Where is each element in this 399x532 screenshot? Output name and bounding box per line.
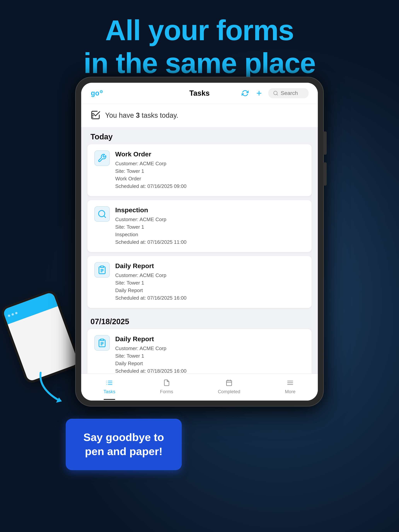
nav-more-icon (287, 379, 294, 388)
header-title-line2: in the same place (83, 47, 316, 79)
logo-icon: go (90, 89, 103, 97)
nav-forms-label: Forms (160, 389, 173, 394)
arrow-container (35, 369, 73, 405)
daily-report-today-content: Daily Report Customer: ACME Corp Site: T… (115, 262, 305, 302)
cta-line2: pen and paper! (85, 445, 162, 457)
header-title-line1: All your forms (105, 14, 294, 46)
daily-report-future-site: Site: Tower 1 (115, 352, 305, 360)
nav-item-completed[interactable]: Completed (213, 378, 245, 396)
bottom-nav: Tasks Forms (81, 374, 318, 400)
daily-report-today-type: Daily Report (115, 287, 305, 294)
arrow-icon (35, 369, 73, 404)
tablet-container: go Tasks (76, 77, 323, 406)
task-card-daily-report-today[interactable]: Daily Report Customer: ACME Corp Site: T… (87, 256, 312, 308)
nav-more-label: More (285, 389, 296, 394)
content-area: Today Work Order Customer: ACME Corp Sit… (81, 127, 318, 374)
work-order-content: Work Order Customer: ACME Corp Site: Tow… (115, 150, 305, 190)
add-button[interactable] (254, 89, 264, 98)
daily-report-future-customer: Customer: ACME Corp (115, 345, 305, 352)
daily-report-future-scheduled: Scheduled at: 07/18/2025 16:00 (115, 367, 305, 374)
work-order-customer: Customer: ACME Corp (115, 160, 305, 167)
cta-button[interactable]: Say goodbye to pen and paper! (66, 419, 182, 470)
daily-report-today-title: Daily Report (115, 262, 305, 270)
nav-item-tasks[interactable]: Tasks (99, 378, 120, 396)
section-today-header: Today (81, 127, 318, 144)
phone-dot-1 (7, 314, 10, 317)
inspection-content: Inspection Customer: ACME Corp Site: Tow… (115, 206, 305, 246)
task-card-inspection[interactable]: Inspection Customer: ACME Corp Site: Tow… (87, 200, 312, 252)
nav-item-more[interactable]: More (280, 378, 300, 396)
tablet-screen: go Tasks (81, 83, 318, 400)
inspection-title: Inspection (115, 206, 305, 214)
inspection-details: Customer: ACME Corp Site: Tower 1 Inspec… (115, 216, 305, 246)
nav-forms-icon (163, 379, 170, 388)
daily-report-future-icon (94, 335, 110, 351)
work-order-details: Customer: ACME Corp Site: Tower 1 Work O… (115, 160, 305, 190)
tasks-prefix: You have (105, 111, 136, 119)
cta-line1: Say goodbye to (83, 431, 164, 443)
tasks-suffix: tasks today. (140, 111, 178, 119)
daily-report-today-scheduled: Scheduled at: 07/16/2025 16:00 (115, 294, 305, 302)
tasks-count: 3 (136, 111, 140, 119)
inspection-icon (94, 206, 110, 222)
nav-completed-label: Completed (218, 389, 240, 394)
task-card-work-order[interactable]: Work Order Customer: ACME Corp Site: Tow… (87, 144, 312, 196)
phone-dot-2 (11, 313, 14, 316)
header-title: All your forms in the same place (0, 14, 399, 80)
work-order-title: Work Order (115, 150, 305, 158)
tasks-count-text: You have 3 tasks today. (105, 111, 178, 120)
inspection-scheduled: Scheduled at: 07/16/2025 11:00 (115, 238, 305, 246)
daily-report-future-content: Daily Report Customer: ACME Corp Site: T… (115, 335, 305, 374)
work-order-scheduled: Scheduled at: 07/16/2025 09:00 (115, 183, 305, 190)
svg-point-2 (101, 91, 102, 92)
section-date-header: 07/18/2025 (81, 312, 318, 329)
work-order-type: Work Order (115, 175, 305, 183)
header-section: All your forms in the same place (0, 14, 399, 80)
daily-report-today-details: Customer: ACME Corp Site: Tower 1 Daily … (115, 272, 305, 302)
app-logo: go (90, 89, 103, 97)
header-actions (241, 88, 309, 98)
task-card-daily-report-future[interactable]: Daily Report Customer: ACME Corp Site: T… (87, 329, 312, 374)
tasks-checklist-icon (90, 110, 101, 121)
phone-dot-3 (15, 312, 18, 315)
app-header: go Tasks (81, 83, 318, 104)
tasks-banner: You have 3 tasks today. (81, 104, 318, 127)
tablet-frame: go Tasks (76, 77, 323, 406)
nav-item-forms[interactable]: Forms (155, 378, 178, 396)
svg-line-11 (104, 216, 106, 217)
svg-line-6 (277, 94, 278, 95)
nav-completed-icon (226, 379, 233, 388)
work-order-icon (94, 150, 110, 166)
nav-tasks-icon (106, 379, 113, 388)
inspection-type: Inspection (115, 231, 305, 238)
inspection-site: Site: Tower 1 (115, 223, 305, 231)
daily-report-today-icon (94, 262, 110, 278)
work-order-site: Site: Tower 1 (115, 167, 305, 175)
search-bar[interactable] (268, 88, 309, 98)
nav-title: Tasks (190, 89, 210, 97)
daily-report-today-site: Site: Tower 1 (115, 279, 305, 287)
search-input[interactable] (281, 90, 304, 96)
daily-report-future-title: Daily Report (115, 335, 305, 343)
daily-report-future-type: Daily Report (115, 360, 305, 367)
daily-report-today-customer: Customer: ACME Corp (115, 272, 305, 279)
refresh-button[interactable] (241, 89, 250, 98)
svg-text:go: go (91, 89, 99, 97)
daily-report-future-details: Customer: ACME Corp Site: Tower 1 Daily … (115, 345, 305, 374)
inspection-customer: Customer: ACME Corp (115, 216, 305, 223)
svg-rect-26 (226, 380, 232, 386)
svg-rect-12 (101, 266, 104, 267)
svg-rect-16 (101, 339, 104, 341)
nav-tasks-label: Tasks (103, 389, 115, 394)
